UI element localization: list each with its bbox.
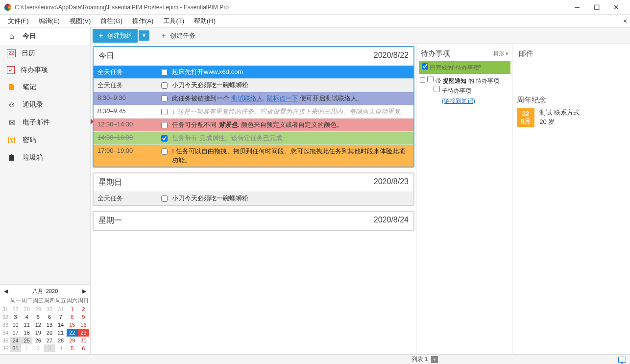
agenda-row[interactable]: 全天任务 小刀今天必须吃一碗螺蛳粉 — [94, 78, 413, 92]
todo-completed-row[interactable]: 已完成的"待办事项" — [419, 61, 510, 74]
task-checkbox[interactable] — [161, 69, 168, 75]
anniversary-panel: 周年纪念 228月 测试 联系方式 20 岁 — [517, 96, 626, 127]
app-logo-icon — [4, 3, 12, 11]
agenda-row[interactable]: 14:30–16:30 任务带有 完成属性。该特定任务已完成。 — [94, 131, 413, 145]
right-panel: 邮件 周年纪念 228月 测试 联系方式 20 岁 — [512, 44, 630, 354]
menu-file[interactable]: 文件(F) — [3, 15, 34, 27]
minical-title[interactable]: 八月 2020 — [32, 288, 58, 295]
mail-title: 邮件 — [519, 49, 533, 58]
note-link[interactable]: (链接到笔记) — [442, 97, 475, 104]
check-icon: ✓ — [7, 66, 15, 74]
task-checkbox[interactable] — [161, 82, 168, 89]
create-appointment-button[interactable]: ＋ 创建预约 — [93, 29, 138, 43]
sidebar: ⌂ 今日 22 日历 ✓ 待办事项 🗎 笔记 ☺ 通讯录 ✉ 电子邮件 — [0, 27, 91, 354]
nav-notes[interactable]: 🗎 笔记 — [0, 78, 90, 96]
add-list-button[interactable]: + — [431, 356, 438, 363]
agenda-row[interactable]: 17:00–19:00 !任务可以自由拖拽、拷贝到任何时间段。您可以拖拽此任务到… — [94, 145, 413, 167]
titlebar: C:\Users\lenovo\AppData\Roaming\Essentia… — [0, 0, 630, 15]
trash-icon: 🗑 — [7, 153, 17, 163]
monday-label: 星期一 — [98, 216, 122, 226]
plus-icon: ＋ — [97, 31, 104, 40]
hint-link[interactable]: 鼠标点一下 — [267, 95, 298, 102]
plus-green-icon: ＋ — [160, 31, 167, 40]
agenda-row[interactable]: 12:30–14:30 任务可分配不同 背景色. 颜色来自预定义或者自定义的颜色… — [94, 118, 413, 131]
nav-passwords[interactable]: ⚿ 密码 — [0, 131, 90, 149]
sunday-label: 星期日 — [98, 177, 122, 188]
create-task-button[interactable]: ＋ 创建任务 — [155, 29, 200, 43]
window-title: C:\Users\lenovo\AppData\Roaming\Essentia… — [15, 4, 567, 11]
sunday-block: 星期日 2020/8/23 全天任务 小刀今天必须吃一碗螺蛳粉 — [93, 172, 414, 206]
nav-trash[interactable]: 🗑 垃圾箱 — [0, 149, 90, 167]
display-icon[interactable] — [618, 357, 626, 363]
note-icon: 🗎 — [7, 82, 17, 92]
task-checkbox[interactable] — [161, 122, 168, 128]
agenda-row[interactable]: 全天任务 起床先打开www.x6d.com — [94, 65, 413, 78]
monday-date: 2020/8/24 — [374, 216, 409, 226]
task-checkbox[interactable] — [161, 96, 168, 102]
todo-panel: 待办事项 树形 ▾ 已完成的"待办事项" − 带 提醒通知 的 待办事项 子 — [416, 44, 512, 354]
todo-checkbox[interactable] — [422, 63, 428, 70]
nav-contacts[interactable]: ☺ 通讯录 — [0, 96, 90, 114]
minical-grid[interactable]: 周一周二周三周四周五周六周日 31272829303112 323456789 … — [1, 296, 89, 352]
nav-passwords-label: 密码 — [23, 136, 36, 145]
minical-next[interactable]: ▶ — [82, 288, 86, 294]
contacts-icon: ☺ — [7, 100, 17, 110]
menu-edit[interactable]: 编辑(E) — [34, 15, 65, 27]
task-checkbox[interactable] — [161, 135, 168, 142]
nav-tasks[interactable]: ✓ 待办事项 — [0, 62, 90, 78]
agenda-row[interactable]: 8:30–9:30 此任务被链接到一个 测试联络人. 鼠标点一下 便可开启测试联… — [94, 92, 413, 105]
sunday-date: 2020/8/23 — [374, 177, 409, 188]
nav-calendar[interactable]: 22 日历 — [0, 45, 90, 62]
nav-contacts-label: 通讯录 — [23, 100, 43, 109]
repeat-icon: ↓ — [172, 108, 175, 115]
menubar: 文件(F) 编辑(E) 视图(V) 前往(G) 操作(A) 工具(T) 帮助(H… — [0, 15, 630, 27]
nav-mail-label: 电子邮件 — [23, 118, 50, 127]
menubar-close-icon[interactable]: × — [623, 17, 627, 25]
contact-link[interactable]: 测试联络人 — [231, 95, 263, 102]
mini-calendar: ◀ 八月 2020 ▶ 周一周二周三周四周五周六周日 3127282930311… — [0, 284, 90, 354]
nav-tasks-label: 待办事项 — [21, 66, 48, 74]
monday-block: 星期一 2020/8/24 — [93, 211, 414, 231]
todo-title: 待办事项 — [421, 49, 450, 58]
menu-operate[interactable]: 操作(A) — [127, 15, 158, 27]
today-date: 2020/8/22 — [374, 51, 409, 61]
nav-notes-label: 笔记 — [23, 83, 36, 92]
anniv-badge: 228月 — [517, 108, 534, 127]
close-button[interactable]: ✕ — [606, 0, 626, 15]
agenda-row[interactable]: 8:30–9:45 ↓这是一项具有重复性的任务。它被设置为在接下来的三周内、每隔… — [94, 105, 413, 118]
today-label: 今日 — [98, 51, 114, 61]
list-tab[interactable]: 列表 1 — [412, 355, 428, 364]
toolbar: ＋ 创建预约 ▼ ＋ 创建任务 — [91, 27, 630, 44]
statusbar: 列表 1 + — [0, 354, 630, 364]
agenda-row[interactable]: 全天任务 小刀今天必须吃一碗螺蛳粉 — [94, 192, 413, 205]
task-checkbox[interactable] — [161, 148, 168, 155]
agenda-column: 今日 2020/8/22 全天任务 起床先打开www.x6d.com 全天任务 … — [91, 44, 416, 354]
task-checkbox[interactable] — [161, 195, 168, 202]
nav-today-label: 今日 — [23, 32, 36, 41]
nav-today[interactable]: ⌂ 今日 — [0, 27, 90, 45]
todo-checkbox[interactable] — [427, 76, 434, 82]
todo-checkbox[interactable] — [434, 86, 440, 92]
mail-icon: ✉ — [7, 118, 17, 127]
minimize-button[interactable]: ─ — [567, 0, 587, 15]
nav-mail[interactable]: ✉ 电子邮件 — [0, 114, 90, 131]
task-checkbox[interactable] — [161, 109, 168, 115]
tree-collapse-icon[interactable]: − — [420, 77, 425, 83]
menu-view[interactable]: 视图(V) — [65, 15, 96, 27]
menu-help[interactable]: 帮助(H) — [189, 15, 220, 27]
todo-subitem[interactable]: 子待办事项(链接到笔记) — [420, 86, 509, 106]
priority-icon: ! — [172, 147, 174, 155]
nav-trash-label: 垃圾箱 — [23, 153, 43, 162]
create-appointment-dropdown[interactable]: ▼ — [139, 30, 149, 41]
minical-prev[interactable]: ◀ — [4, 288, 8, 294]
window-controls: ─ ☐ ✕ — [567, 0, 626, 15]
key-icon: ⚿ — [7, 135, 17, 145]
calendar-icon: 22 — [7, 49, 16, 57]
todo-viewmode[interactable]: 树形 ▾ — [493, 50, 509, 57]
menu-tools[interactable]: 工具(T) — [158, 15, 189, 27]
todo-item[interactable]: − 带 提醒通知 的 待办事项 — [420, 76, 509, 86]
menu-go[interactable]: 前往(G) — [96, 15, 127, 27]
anniv-item[interactable]: 228月 测试 联系方式 20 岁 — [517, 108, 626, 127]
current-marker-icon — [91, 119, 94, 124]
maximize-button[interactable]: ☐ — [587, 0, 606, 15]
